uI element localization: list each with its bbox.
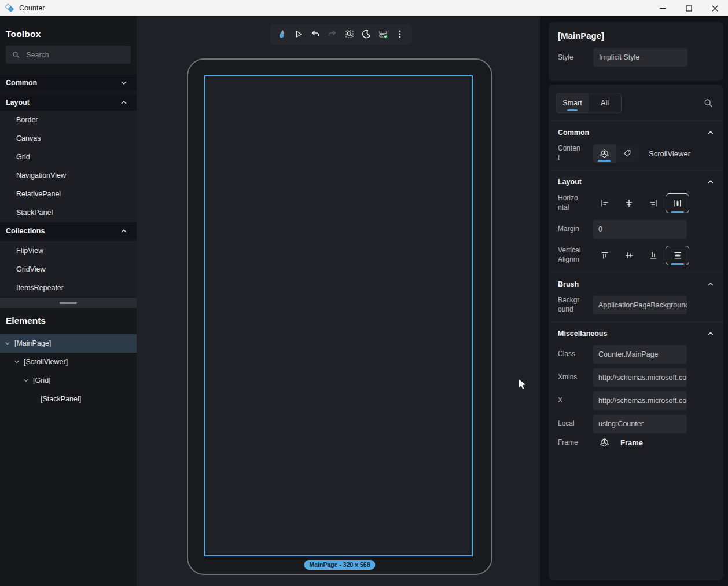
- canvas-toolbar: [270, 24, 412, 45]
- horizontal-alignment-group: [593, 193, 689, 213]
- kebab-menu-icon: [395, 29, 405, 39]
- zoom-selection-button[interactable]: [342, 27, 357, 42]
- section-brush-header[interactable]: Brush: [549, 273, 723, 294]
- vertical-alignment-label: Vertical Alignm: [558, 246, 588, 264]
- toolbox-section-collections[interactable]: Collections: [0, 223, 137, 239]
- section-layout-header[interactable]: Layout: [549, 170, 723, 191]
- toggle-active-indicator: [598, 160, 611, 162]
- horizontal-alignment-label: Horizo ntal: [558, 194, 588, 212]
- moon-icon: [361, 29, 372, 39]
- section-common-header[interactable]: Common: [549, 121, 723, 142]
- margin-field[interactable]: 0: [593, 220, 687, 239]
- redo-button[interactable]: [325, 27, 340, 42]
- play-icon: [293, 29, 304, 39]
- content-element-toggle-button[interactable]: [593, 144, 616, 163]
- undo-button[interactable]: [308, 27, 323, 42]
- close-button[interactable]: [702, 0, 728, 16]
- v-align-top-button[interactable]: [593, 246, 616, 265]
- chevron-up-icon: [707, 281, 714, 288]
- properties-panel: [MainPage] Style Implicit Style Smart Al…: [540, 16, 728, 586]
- minimize-button[interactable]: [650, 0, 676, 16]
- property-tabs: Smart All: [556, 93, 622, 113]
- frame-label: Frame: [558, 438, 588, 448]
- toolbox-item-gridview[interactable]: GridView: [0, 260, 137, 279]
- h-align-right-button[interactable]: [641, 193, 665, 213]
- section-common: Common Conten t: [549, 120, 723, 163]
- toolbox-item-grid[interactable]: Grid: [0, 148, 137, 166]
- tree-item-mainpage[interactable]: [MainPage]: [0, 334, 137, 353]
- section-brush: Brush Backgr ound ApplicationPageBackgro…: [549, 272, 723, 314]
- local-label: Local: [558, 419, 588, 428]
- background-field[interactable]: ApplicationPageBackground: [593, 296, 687, 314]
- hot-design-button[interactable]: [274, 27, 289, 42]
- more-options-button[interactable]: [392, 27, 407, 42]
- redo-icon: [327, 29, 337, 39]
- page-size-badge: MainPage - 320 x 568: [304, 560, 375, 570]
- content-tag-toggle-button[interactable]: [616, 144, 639, 163]
- device-frame: MainPage - 320 x 568: [187, 58, 492, 575]
- chevron-down-icon: [120, 79, 127, 86]
- frame-value[interactable]: Frame: [620, 438, 643, 447]
- toolbox-item-flipview[interactable]: FlipView: [0, 241, 137, 260]
- h-stretch-button[interactable]: [666, 193, 689, 213]
- xmlns-label: Xmlns: [558, 373, 588, 382]
- style-field[interactable]: Implicit Style: [593, 48, 687, 67]
- tab-all[interactable]: All: [589, 93, 621, 113]
- tag-icon: [623, 149, 632, 158]
- toolbox-item-stackpanel[interactable]: StackPanel: [0, 203, 137, 222]
- server-status-button[interactable]: [376, 27, 391, 42]
- toggle-active-indicator: [671, 263, 684, 265]
- toolbox-item-border[interactable]: Border: [0, 111, 137, 129]
- theme-toggle-button[interactable]: [359, 27, 374, 42]
- chevron-down-icon[interactable]: [14, 359, 20, 365]
- maximize-button[interactable]: [676, 0, 702, 16]
- section-layout: Layout Horizo ntal: [549, 170, 723, 265]
- vertical-alignment-group: [593, 246, 689, 265]
- toolbox-section-layout[interactable]: Layout: [0, 94, 137, 111]
- tree-item-stackpanel[interactable]: [StackPanel]: [0, 390, 137, 408]
- chevron-up-icon: [120, 228, 127, 235]
- toolbox-item-itemsrepeater[interactable]: ItemsRepeater: [0, 279, 137, 297]
- properties-search-icon[interactable]: [704, 98, 713, 108]
- mouse-cursor: [516, 378, 529, 391]
- design-canvas[interactable]: MainPage - 320 x 568: [137, 16, 540, 586]
- local-field[interactable]: using:Counter: [593, 415, 687, 433]
- content-value[interactable]: ScrollViewer: [649, 149, 690, 158]
- toolbox-item-relativepanel[interactable]: RelativePanel: [0, 185, 137, 203]
- style-label: Style: [558, 53, 593, 61]
- search-input[interactable]: [26, 51, 124, 59]
- v-align-center-button[interactable]: [617, 246, 641, 265]
- chevron-down-icon[interactable]: [23, 378, 29, 383]
- v-align-bottom-button[interactable]: [641, 246, 665, 265]
- x-field[interactable]: http://schemas.microsoft.com: [593, 391, 687, 410]
- panel-splitter[interactable]: [0, 298, 137, 308]
- tree-item-scrollviewer[interactable]: [ScrollViewer]: [0, 353, 137, 371]
- elements-tree: [MainPage] [ScrollViewer] [Grid] [StackP…: [0, 334, 137, 408]
- flame-icon: [276, 29, 287, 40]
- play-button[interactable]: [291, 27, 306, 42]
- toolbox-item-navigationview[interactable]: NavigationView: [0, 166, 137, 185]
- section-miscellaneous-header[interactable]: Miscellaneous: [549, 322, 723, 343]
- tab-smart[interactable]: Smart: [556, 93, 589, 113]
- properties-card: Smart All Common: [549, 85, 723, 580]
- x-label: X: [558, 396, 588, 405]
- chevron-up-icon: [707, 330, 714, 337]
- mainpage-design-surface[interactable]: [204, 75, 473, 556]
- search-icon: [12, 50, 20, 59]
- h-align-center-button[interactable]: [617, 193, 641, 213]
- toolbox-section-common[interactable]: Common: [0, 75, 137, 91]
- v-stretch-button[interactable]: [666, 246, 689, 265]
- toolbox-item-canvas[interactable]: Canvas: [0, 129, 137, 148]
- content-label: Conten t: [558, 144, 588, 162]
- chevron-down-icon[interactable]: [5, 340, 10, 346]
- elements-title: Elements: [6, 316, 137, 326]
- toggle-active-indicator: [671, 211, 684, 213]
- h-align-left-button[interactable]: [593, 193, 616, 213]
- tree-item-grid[interactable]: [Grid]: [0, 371, 137, 390]
- window-titlebar: Counter: [0, 0, 728, 16]
- toolbox-search[interactable]: [6, 46, 131, 64]
- xmlns-field[interactable]: http://schemas.microsoft.com: [593, 368, 687, 387]
- app-logo-icon: [5, 3, 14, 13]
- background-label: Backgr ound: [558, 296, 588, 314]
- class-field[interactable]: Counter.MainPage: [593, 345, 687, 364]
